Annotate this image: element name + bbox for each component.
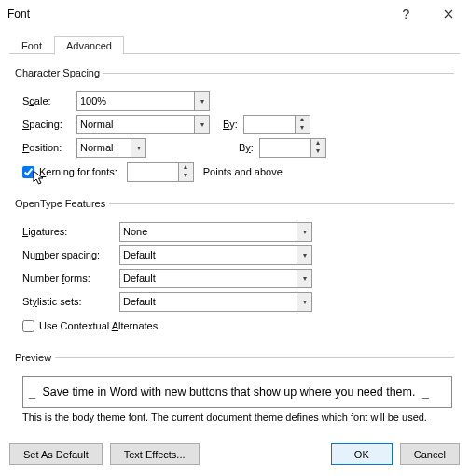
label-number-forms: Number forms: [22, 273, 119, 284]
spacing-by-input[interactable] [243, 115, 295, 134]
position-by-input[interactable] [259, 138, 310, 158]
close-icon [444, 9, 453, 19]
position-input[interactable] [76, 138, 131, 158]
client-area: Font Advanced Character Spacing Scale: ▾… [0, 28, 469, 434]
tab-strip: Font Advanced [9, 34, 460, 54]
dialog-footer: Set As Default Text Effects... OK Cancel [0, 434, 469, 476]
spinner-buttons[interactable]: ▴▾ [178, 162, 194, 182]
spacing-input[interactable] [76, 115, 194, 134]
combo-number-forms[interactable]: ▾ [119, 269, 312, 288]
checkbox-contextual-alternates[interactable] [22, 320, 34, 332]
stylistic-sets-input[interactable] [119, 292, 297, 312]
combo-number-spacing[interactable]: ▾ [119, 245, 312, 265]
label-scale: Scale: [22, 95, 76, 106]
cancel-button[interactable]: Cancel [400, 443, 460, 465]
legend-character-spacing: Character Spacing [15, 67, 103, 78]
legend-opentype: OpenType Features [15, 198, 109, 209]
label-number-spacing: Number spacing: [22, 249, 119, 260]
kerning-input[interactable] [127, 162, 178, 182]
ok-button[interactable]: OK [331, 443, 393, 465]
group-character-spacing: Character Spacing Scale: ▾ Spacing: ▾ By… [15, 67, 454, 187]
chevron-down-icon[interactable]: ▾ [297, 222, 312, 242]
scale-input[interactable] [76, 91, 194, 111]
combo-stylistic-sets[interactable]: ▾ [119, 292, 312, 312]
number-forms-input[interactable] [119, 269, 297, 288]
chevron-down-icon[interactable]: ▾ [297, 245, 312, 265]
spinner-buttons[interactable]: ▴▾ [295, 115, 310, 134]
help-button[interactable]: ? [385, 0, 427, 28]
combo-position[interactable]: ▾ [76, 138, 146, 158]
preview-text: Save time in Word with new buttons that … [42, 385, 415, 399]
close-button[interactable] [427, 0, 469, 28]
label-kerning: Kerning for fonts: [39, 166, 117, 177]
tab-advanced[interactable]: Advanced [54, 36, 124, 55]
group-opentype: OpenType Features Ligatures: ▾ Number sp… [15, 198, 454, 341]
window-title: Font [7, 7, 30, 21]
preview-note: This is the body theme font. The current… [22, 412, 452, 423]
combo-scale[interactable]: ▾ [76, 91, 210, 111]
chevron-down-icon[interactable]: ▾ [194, 91, 210, 111]
spin-kerning[interactable]: ▴▾ [127, 162, 194, 182]
preview-box: Save time in Word with new buttons that … [22, 376, 452, 408]
label-spacing: Spacing: [22, 119, 76, 130]
font-dialog: Font ? Font Advanced Character Spacing S… [0, 0, 469, 476]
combo-ligatures[interactable]: ▾ [119, 222, 312, 242]
chevron-down-icon[interactable]: ▾ [131, 138, 146, 158]
spin-spacing-by[interactable]: ▴▾ [243, 115, 310, 134]
combo-spacing[interactable]: ▾ [76, 115, 210, 134]
chevron-down-icon[interactable]: ▾ [300, 124, 304, 133]
spin-position-by[interactable]: ▴▾ [259, 138, 326, 158]
checkbox-kerning[interactable] [22, 166, 34, 178]
tab-body: Character Spacing Scale: ▾ Spacing: ▾ By… [9, 54, 460, 434]
ligatures-input[interactable] [119, 222, 297, 242]
label-kerning-suffix: Points and above [203, 166, 283, 177]
text-effects-button[interactable]: Text Effects... [110, 443, 200, 465]
chevron-down-icon[interactable]: ▾ [297, 292, 312, 312]
number-spacing-input[interactable] [119, 245, 297, 265]
set-as-default-button[interactable]: Set As Default [9, 443, 103, 465]
legend-preview: Preview [15, 352, 55, 363]
chevron-down-icon[interactable]: ▾ [297, 269, 312, 288]
spinner-buttons[interactable]: ▴▾ [310, 138, 326, 158]
label-contextual-alternates: Use Contextual Alternates [39, 320, 158, 331]
chevron-down-icon[interactable]: ▾ [184, 172, 187, 180]
tab-font[interactable]: Font [9, 36, 54, 54]
label-position: Position: [22, 142, 76, 153]
chevron-down-icon[interactable]: ▾ [316, 147, 320, 156]
label-ligatures: Ligatures: [22, 226, 119, 237]
chevron-down-icon[interactable]: ▾ [194, 115, 210, 134]
titlebar: Font ? [0, 0, 469, 28]
group-preview: Preview Save time in Word with new butto… [15, 352, 454, 425]
label-position-by: By: [239, 142, 254, 153]
label-stylistic-sets: Stylistic sets: [22, 296, 119, 307]
label-spacing-by: By: [223, 119, 238, 130]
